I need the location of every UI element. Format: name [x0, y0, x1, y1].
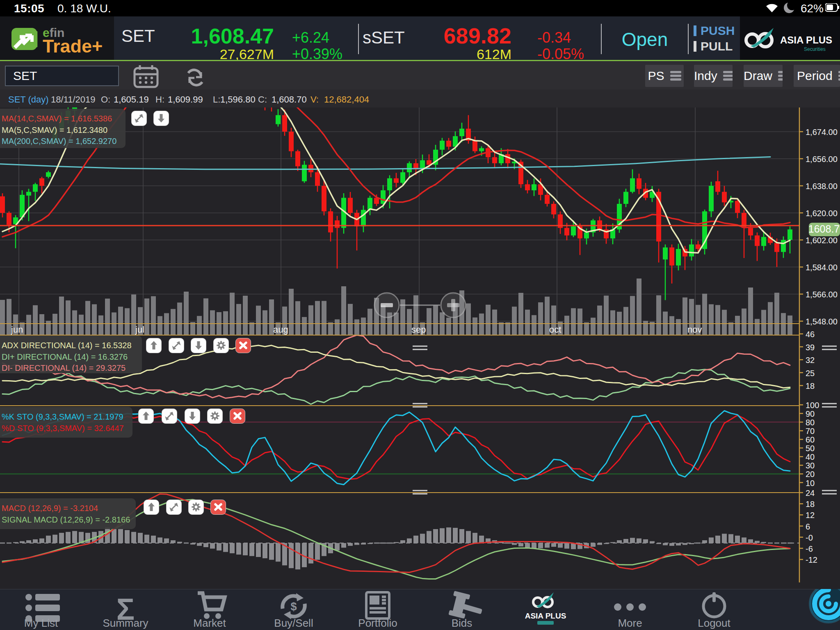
svg-text:-6: -6: [806, 544, 813, 553]
svg-text:ADX DIRECTIONAL (14) = 16.5328: ADX DIRECTIONAL (14) = 16.5328: [2, 341, 132, 350]
svg-text:1,638.00: 1,638.00: [806, 182, 838, 191]
svg-text:My List: My List: [24, 617, 58, 629]
svg-text:6: 6: [806, 522, 810, 531]
svg-text:100: 100: [806, 401, 819, 410]
svg-text:70: 70: [806, 427, 815, 436]
svg-text:-12: -12: [806, 555, 817, 564]
svg-text:sep: sep: [411, 324, 426, 335]
svg-text:aug: aug: [273, 324, 288, 335]
svg-text:$: $: [290, 600, 297, 613]
svg-text:1,566.00: 1,566.00: [806, 290, 838, 299]
svg-text:90: 90: [806, 409, 815, 418]
svg-text:18: 18: [806, 381, 815, 390]
svg-text:20: 20: [806, 470, 815, 479]
svg-text:jul: jul: [135, 324, 144, 335]
svg-text:1,584.00: 1,584.00: [806, 263, 838, 272]
svg-text:1,674.00: 1,674.00: [806, 128, 838, 137]
svg-text:MACD (12,26,9) = -3.2104: MACD (12,26,9) = -3.2104: [2, 504, 98, 513]
svg-text:25: 25: [806, 369, 815, 378]
svg-text:46: 46: [806, 330, 815, 339]
svg-text:%D STO (9,3,3,SMAV) = 32.6447: %D STO (9,3,3,SMAV) = 32.6447: [2, 424, 124, 433]
svg-text:18: 18: [806, 500, 815, 509]
svg-text:10: 10: [806, 479, 815, 488]
svg-text:40: 40: [806, 452, 815, 461]
svg-text:80: 80: [806, 418, 815, 427]
svg-text:1,602.00: 1,602.00: [806, 236, 838, 245]
svg-text:39: 39: [806, 343, 815, 352]
svg-text:24: 24: [806, 488, 815, 498]
svg-text:nov: nov: [687, 324, 702, 335]
svg-text:oct: oct: [549, 324, 561, 335]
svg-text:50: 50: [806, 444, 815, 453]
svg-text:-0: -0: [806, 533, 813, 542]
svg-text:MA(14,C,SMAV) = 1,616.5386: MA(14,C,SMAV) = 1,616.5386: [2, 114, 112, 123]
svg-text:1,656.00: 1,656.00: [806, 155, 838, 164]
svg-text:DI- DIRECTIONAL (14) = 29.3275: DI- DIRECTIONAL (14) = 29.3275: [2, 363, 126, 372]
svg-text:1608.7: 1608.7: [808, 223, 840, 235]
svg-text:Portfolio: Portfolio: [358, 617, 397, 629]
svg-text:%K STO (9,3,3,SMAV) = 21.1979: %K STO (9,3,3,SMAV) = 21.1979: [2, 412, 123, 421]
svg-text:1,548.00: 1,548.00: [806, 317, 838, 326]
svg-text:Buy/Sell: Buy/Sell: [274, 617, 313, 629]
svg-text:Summary: Summary: [103, 617, 148, 629]
svg-text:Bids: Bids: [452, 617, 472, 629]
svg-text:DI+ DIRECTIONAL (14) = 16.3276: DI+ DIRECTIONAL (14) = 16.3276: [2, 352, 128, 361]
svg-text:More: More: [618, 617, 642, 629]
svg-text:MA(5,C,SMAV) = 1,612.3480: MA(5,C,SMAV) = 1,612.3480: [2, 126, 107, 135]
svg-text:32: 32: [806, 356, 815, 365]
svg-text:ASIA PLUS: ASIA PLUS: [525, 612, 566, 620]
svg-text:30: 30: [806, 461, 815, 470]
svg-text:Market: Market: [193, 617, 226, 629]
svg-text:jun: jun: [11, 324, 23, 335]
svg-text:1,620.00: 1,620.00: [806, 209, 838, 218]
svg-text:60: 60: [806, 435, 815, 444]
svg-text:SIGNAL MACD (12,26,9) = -2.816: SIGNAL MACD (12,26,9) = -2.8166: [2, 515, 130, 524]
svg-text:MA(200,C,SMAV) = 1,652.9270: MA(200,C,SMAV) = 1,652.9270: [2, 137, 116, 146]
svg-text:Logout: Logout: [698, 617, 730, 629]
svg-text:12: 12: [806, 511, 815, 520]
